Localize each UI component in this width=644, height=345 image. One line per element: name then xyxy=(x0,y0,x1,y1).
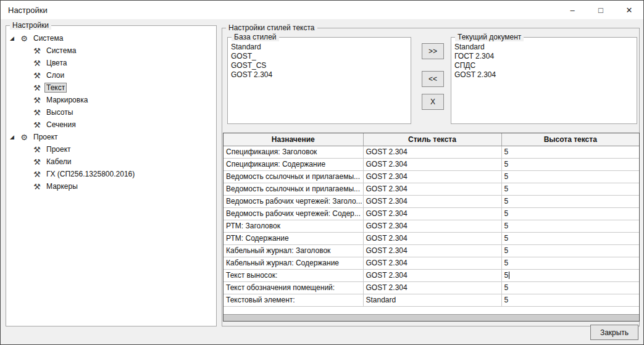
height-cell[interactable]: 5 xyxy=(501,244,639,257)
expander-icon[interactable]: ◢ xyxy=(10,134,19,140)
styles-table: НазначениеСтиль текстаВысота текста Спец… xyxy=(224,133,639,307)
purpose-cell[interactable]: Текст выносок: xyxy=(224,269,363,281)
style-cell[interactable]: GOST 2.304 xyxy=(363,257,501,269)
column-header[interactable]: Стиль текста xyxy=(363,133,501,146)
transfer-left-button[interactable]: << xyxy=(422,71,444,87)
table-row: Кабельный журнал: ЗаголовокGOST 2.3045 xyxy=(224,244,639,257)
text-styles-group: Настройки стилей текста База стилей Stan… xyxy=(222,28,640,326)
tree-item[interactable]: ⚒Система xyxy=(7,44,215,57)
purpose-cell[interactable]: Ведомость ссылочных и прилагаемы... xyxy=(224,170,363,183)
column-header[interactable]: Назначение xyxy=(224,133,363,146)
expander-icon[interactable]: ◢ xyxy=(10,35,19,41)
height-cell[interactable]: 5 xyxy=(501,158,639,170)
style-cell[interactable]: GOST 2.304 xyxy=(363,232,501,244)
height-cell[interactable]: 5 xyxy=(501,220,639,232)
table-row: Спецификация: СодержаниеGOST 2.3045 xyxy=(224,158,639,170)
tree-item[interactable]: ⚒Проект xyxy=(7,143,215,156)
transfer-right-button[interactable]: >> xyxy=(422,43,444,59)
tools-icon: ⚒ xyxy=(31,157,43,167)
height-cell[interactable]: 5 xyxy=(501,232,639,244)
tree-item[interactable]: ◢⚙Проект xyxy=(7,131,215,143)
purpose-cell[interactable]: РТМ: Заголовок xyxy=(224,220,363,232)
table-row: Ведомость ссылочных и прилагаемы...GOST … xyxy=(224,170,639,183)
tools-icon: ⚒ xyxy=(31,170,43,179)
height-cell[interactable]: 5 xyxy=(501,294,639,306)
purpose-cell[interactable]: Спецификация: Содержание xyxy=(224,158,363,170)
text-cursor xyxy=(509,272,509,279)
style-cell[interactable]: GOST 2.304 xyxy=(363,281,501,294)
base-style-item[interactable]: GOST_ xyxy=(229,52,409,61)
height-cell[interactable]: 5 xyxy=(501,269,639,281)
style-cell[interactable]: GOST 2.304 xyxy=(363,158,501,170)
window-title: Настройки xyxy=(8,6,48,15)
tools-icon: ⚒ xyxy=(31,145,43,154)
styles-table-body: Спецификация: ЗаголовокGOST 2.3045Специф… xyxy=(224,146,639,306)
height-cell[interactable]: 5 xyxy=(501,195,639,207)
close-dialog-button[interactable]: Закрыть xyxy=(590,325,638,340)
height-cell[interactable]: 5 xyxy=(501,183,639,195)
table-row: РТМ: СодержаниеGOST 2.3045 xyxy=(224,232,639,244)
purpose-cell[interactable]: Текст обозначения помещений: xyxy=(224,281,363,294)
tree-item[interactable]: ⚒Высоты xyxy=(7,106,215,118)
style-cell[interactable]: Standard xyxy=(363,294,501,306)
current-document-item[interactable]: Standard xyxy=(453,43,635,52)
current-document-label: Текущий документ xyxy=(455,33,524,41)
base-style-item[interactable]: GOST 2.304 xyxy=(229,70,409,80)
base-styles-list: StandardGOST_GOST_CSGOST 2.304 xyxy=(229,43,409,122)
minimize-button[interactable]: – xyxy=(558,1,587,19)
text-styles-group-label: Настройки стилей текста xyxy=(226,23,317,32)
style-cell[interactable]: GOST 2.304 xyxy=(363,195,501,207)
purpose-cell[interactable]: Ведомость ссылочных и прилагаемы... xyxy=(224,183,363,195)
tree-item[interactable]: ⚒ГХ (СП256.1325800.2016) xyxy=(7,168,215,180)
style-cell[interactable]: GOST 2.304 xyxy=(363,146,501,158)
style-cell[interactable]: GOST 2.304 xyxy=(363,183,501,195)
tree-item-label: Маркировка xyxy=(44,95,90,105)
tree-item-label: Текст xyxy=(44,83,67,93)
purpose-cell[interactable]: Ведомость рабочих чертежей: Содер... xyxy=(224,207,363,220)
purpose-cell[interactable]: Кабельный журнал: Содержание xyxy=(224,257,363,269)
tree-item[interactable]: ⚒Текст xyxy=(7,81,215,94)
tree-item[interactable]: ⚒Сечения xyxy=(7,118,215,131)
delete-style-button[interactable]: X xyxy=(422,94,444,110)
height-cell[interactable]: 5 xyxy=(501,207,639,220)
table-row: Ведомость рабочих чертежей: Заголо...GOS… xyxy=(224,195,639,207)
current-document-item[interactable]: GOST 2.304 xyxy=(453,70,635,80)
gear-icon: ⚙ xyxy=(19,34,30,43)
tree-item[interactable]: ⚒Кабели xyxy=(7,156,215,168)
maximize-button[interactable]: □ xyxy=(587,1,615,19)
height-cell[interactable]: 5 xyxy=(501,257,639,269)
purpose-cell[interactable]: Текстовый элемент: xyxy=(224,294,363,306)
column-header[interactable]: Высота текста xyxy=(501,133,639,146)
purpose-cell[interactable]: Кабельный журнал: Заголовок xyxy=(224,244,363,257)
tree-item-label: Система xyxy=(31,33,65,43)
tree-item[interactable]: ⚒Маркировка xyxy=(7,94,215,106)
style-cell[interactable]: GOST 2.304 xyxy=(363,269,501,281)
purpose-cell[interactable]: Ведомость рабочих чертежей: Заголо... xyxy=(224,195,363,207)
tree-item[interactable]: ⚒Маркеры xyxy=(7,180,215,193)
base-style-item[interactable]: GOST_CS xyxy=(229,61,409,70)
table-horizontal-scrollbar[interactable] xyxy=(224,314,639,321)
tools-icon: ⚒ xyxy=(31,96,43,105)
height-cell[interactable]: 5 xyxy=(501,170,639,183)
tools-icon: ⚒ xyxy=(31,182,43,191)
purpose-cell[interactable]: РТМ: Содержание xyxy=(224,232,363,244)
table-row: Ведомость ссылочных и прилагаемы...GOST … xyxy=(224,183,639,195)
style-cell[interactable]: GOST 2.304 xyxy=(363,244,501,257)
tree-item[interactable]: ◢⚙Система xyxy=(7,32,215,44)
style-cell[interactable]: GOST 2.304 xyxy=(363,207,501,220)
close-icon[interactable]: ✕ xyxy=(615,1,643,19)
style-cell[interactable]: GOST 2.304 xyxy=(363,170,501,183)
current-document-item[interactable]: ГОСТ 2.304 xyxy=(453,52,635,61)
base-style-item[interactable]: Standard xyxy=(229,43,409,52)
tree-item[interactable]: ⚒Цвета xyxy=(7,57,215,69)
table-row: Текст обозначения помещений:GOST 2.3045 xyxy=(224,281,639,294)
current-document-item[interactable]: СПДС xyxy=(453,61,635,70)
tools-icon: ⚒ xyxy=(31,71,43,80)
tree-item[interactable]: ⚒Слои xyxy=(7,69,215,81)
style-cell[interactable]: GOST 2.304 xyxy=(363,220,501,232)
current-document-group: Текущий документ StandardГОСТ 2.304СПДСG… xyxy=(451,37,637,124)
purpose-cell[interactable]: Спецификация: Заголовок xyxy=(224,146,363,158)
height-cell[interactable]: 5 xyxy=(501,281,639,294)
height-cell[interactable]: 5 xyxy=(501,146,639,158)
tree-item-label: Проект xyxy=(44,144,73,154)
